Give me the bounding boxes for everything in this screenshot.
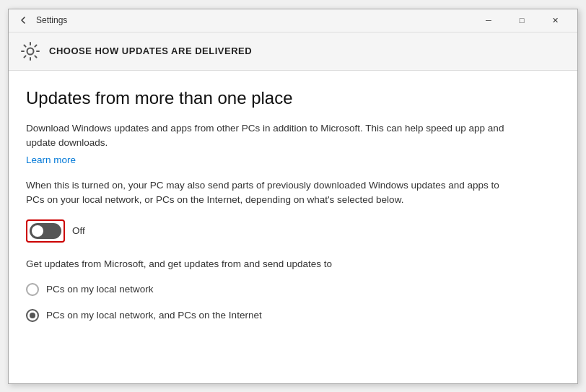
description2-text: When this is turned on, your PC may also… — [26, 178, 517, 208]
radio-option-internet[interactable]: PCs on my local network, and PCs on the … — [26, 309, 560, 322]
get-updates-text: Get updates from Microsoft, and get upda… — [26, 257, 445, 271]
content-area: Updates from more than one place Downloa… — [9, 71, 577, 383]
radio-label-local: PCs on my local network — [46, 284, 154, 295]
toggle-thumb — [32, 225, 43, 237]
close-button[interactable]: ✕ — [538, 9, 572, 32]
toggle-row: Off — [26, 219, 560, 243]
radio-inner-internet — [30, 313, 35, 318]
main-window: Settings ─ □ ✕ CHOOSE HOW UPDATES ARE DE… — [8, 9, 578, 384]
radio-circle-internet — [26, 309, 39, 322]
radio-group: PCs on my local network PCs on my local … — [26, 283, 560, 322]
description-text: Download Windows updates and apps from o… — [26, 121, 517, 151]
titlebar-title: Settings — [36, 15, 472, 25]
svg-point-0 — [27, 48, 34, 54]
page-title: Updates from more than one place — [26, 88, 560, 108]
titlebar: Settings ─ □ ✕ — [9, 9, 577, 32]
maximize-button[interactable]: □ — [505, 9, 538, 32]
radio-circle-local — [26, 283, 39, 296]
minimize-button[interactable]: ─ — [472, 9, 505, 32]
toggle-outline — [26, 219, 65, 243]
header-bar: CHOOSE HOW UPDATES ARE DELIVERED — [9, 32, 577, 71]
toggle-label: Off — [72, 225, 85, 236]
back-button[interactable] — [14, 12, 32, 29]
toggle-switch[interactable] — [30, 223, 61, 239]
gear-icon — [20, 41, 40, 61]
radio-label-internet: PCs on my local network, and PCs on the … — [46, 310, 262, 321]
header-title: CHOOSE HOW UPDATES ARE DELIVERED — [49, 45, 252, 56]
titlebar-controls: ─ □ ✕ — [472, 9, 572, 32]
radio-option-local[interactable]: PCs on my local network — [26, 283, 560, 296]
learn-more-link[interactable]: Learn more — [26, 154, 76, 165]
